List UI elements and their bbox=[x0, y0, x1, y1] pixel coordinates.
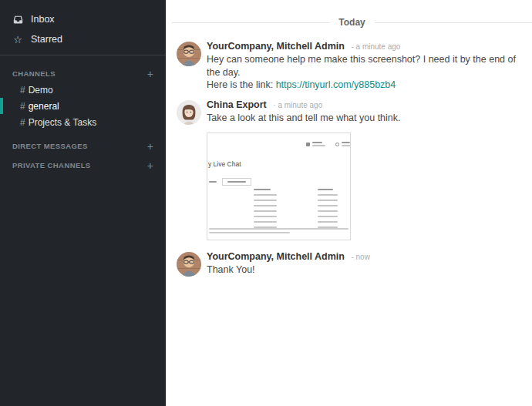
thumb-stat-widget bbox=[306, 142, 325, 146]
message-line: Here is the link: bbox=[207, 79, 276, 90]
message-thread: Today YourCompany, Mitchell Adm bbox=[166, 0, 532, 406]
message-header: China Export · a minute ago bbox=[207, 99, 521, 112]
author-name: YourCompany, Mitchell Admin bbox=[207, 251, 345, 262]
sidebar-item-channel-projects-tasks[interactable]: #Projects & Tasks bbox=[0, 114, 166, 130]
author-name: YourCompany, Mitchell Admin bbox=[207, 41, 345, 52]
sidebar-item-channel-demo[interactable]: #Demo bbox=[0, 82, 166, 98]
add-direct-message-button[interactable]: + bbox=[147, 143, 153, 150]
stat-icon bbox=[335, 143, 339, 146]
sidebar-item-starred[interactable]: ☆ Starred bbox=[0, 29, 166, 49]
divider-line bbox=[172, 22, 329, 23]
message-content: YourCompany, Mitchell Admin - a minute a… bbox=[207, 40, 521, 92]
star-icon: ☆ bbox=[12, 35, 23, 45]
thumb-stats bbox=[306, 142, 351, 146]
channel-label: Demo bbox=[29, 85, 53, 96]
divider-line bbox=[375, 22, 532, 23]
message-timestamp: · a minute ago bbox=[273, 101, 322, 109]
avatar-mitchell-admin bbox=[177, 42, 201, 66]
message-line: Thank You! bbox=[207, 264, 255, 275]
private-channels-section-label: PRIVATE CHANNELS bbox=[12, 161, 91, 169]
message: China Export · a minute ago Take a look … bbox=[166, 99, 532, 241]
sidebar-item-channel-general[interactable]: #general bbox=[0, 98, 166, 114]
thumb-table bbox=[254, 187, 344, 230]
date-divider: Today bbox=[166, 17, 532, 28]
sidebar-item-inbox[interactable]: Inbox bbox=[0, 9, 166, 29]
sidebar-divider bbox=[0, 55, 166, 55]
sidebar-item-label: Starred bbox=[31, 34, 62, 45]
hash-icon: # bbox=[20, 101, 25, 112]
add-channel-button[interactable]: + bbox=[147, 70, 153, 78]
message: YourCompany, Mitchell Admin - now Thank … bbox=[166, 250, 532, 277]
thumb-tabs bbox=[209, 178, 251, 186]
date-label: Today bbox=[338, 17, 365, 28]
channels-section-label: CHANNELS bbox=[12, 69, 56, 78]
message-header: YourCompany, Mitchell Admin - a minute a… bbox=[207, 40, 521, 53]
private-channels-section-header: PRIVATE CHANNELS + bbox=[0, 154, 166, 173]
stat-icon bbox=[306, 143, 310, 146]
add-private-channel-button[interactable]: + bbox=[147, 162, 153, 169]
channel-label: general bbox=[29, 101, 59, 112]
message-line: Take a look at this and tell me what you… bbox=[207, 112, 401, 123]
channel-label: Projects & Tasks bbox=[29, 117, 96, 128]
message-timestamp: - now bbox=[351, 253, 369, 261]
channels-section-header: CHANNELS + bbox=[0, 62, 166, 82]
avatar-mitchell-admin bbox=[177, 252, 201, 277]
thumb-tab bbox=[222, 178, 251, 186]
thumb-stat-widget bbox=[335, 142, 351, 146]
thumb-page-title: y Live Chat bbox=[208, 160, 241, 168]
message-text: Hey can someone help me make this screen… bbox=[207, 53, 521, 92]
message-content: China Export · a minute ago Take a look … bbox=[207, 99, 521, 241]
message-text: Take a look at this and tell me what you… bbox=[207, 112, 521, 125]
hash-icon: # bbox=[20, 85, 25, 96]
author-name: China Export bbox=[207, 99, 267, 110]
message-content: YourCompany, Mitchell Admin - now Thank … bbox=[207, 250, 521, 277]
message-text: Thank You! bbox=[207, 263, 521, 277]
message: YourCompany, Mitchell Admin - a minute a… bbox=[166, 40, 532, 92]
inbox-icon bbox=[12, 15, 23, 25]
attachment-thumbnail[interactable]: y Live Chat bbox=[207, 133, 351, 240]
sidebar-item-label: Inbox bbox=[31, 14, 55, 25]
message-link[interactable]: https://tinyurl.com/y885bzb4 bbox=[276, 79, 396, 90]
direct-messages-section-label: DIRECT MESSAGES bbox=[12, 142, 88, 150]
sidebar: Inbox ☆ Starred CHANNELS + #Demo #genera… bbox=[0, 0, 166, 406]
hash-icon: # bbox=[20, 117, 25, 128]
thumb-footnote bbox=[209, 228, 348, 233]
discuss-app: Inbox ☆ Starred CHANNELS + #Demo #genera… bbox=[0, 0, 532, 406]
message-timestamp: - a minute ago bbox=[351, 42, 400, 51]
avatar-china-export bbox=[177, 100, 201, 125]
message-line: Hey can someone help me make this screen… bbox=[207, 54, 516, 78]
direct-messages-section-header: DIRECT MESSAGES + bbox=[0, 135, 166, 154]
message-header: YourCompany, Mitchell Admin - now bbox=[207, 250, 521, 263]
